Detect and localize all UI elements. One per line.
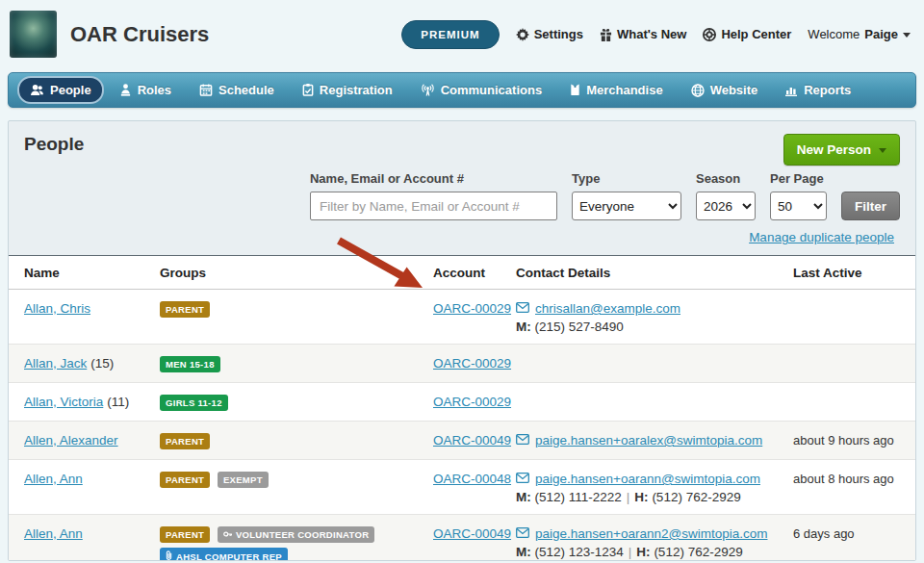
people-table: Name Groups Account Contact Details Last…: [9, 255, 915, 561]
group-badge: PARENT: [160, 526, 210, 543]
table-row: Allen, Alexander PARENT OARC-00049 paige…: [9, 422, 915, 460]
envelope-icon: [516, 433, 529, 448]
nav-tab-registration[interactable]: Registration: [290, 76, 405, 104]
nav-tab-schedule[interactable]: Schedule: [187, 76, 287, 104]
user-name: Paige: [864, 27, 898, 41]
col-header-name: Name: [9, 256, 160, 290]
role-badge: AHSL COMPUTER REP: [160, 548, 288, 561]
account-link[interactable]: OARC-00029: [433, 301, 511, 316]
table-row: Allen, Ann PARENT EXEMPT OARC-00048 paig…: [9, 460, 915, 515]
person-link[interactable]: Allen, Ann: [24, 472, 83, 486]
main-nav: People Roles Schedule Registration Commu…: [8, 72, 916, 108]
account-link[interactable]: OARC-00048: [433, 472, 511, 486]
last-active: [793, 383, 915, 422]
account-link[interactable]: OARC-00049: [433, 526, 511, 541]
group-badge: PARENT: [160, 433, 210, 449]
nav-tab-website[interactable]: Website: [679, 76, 771, 104]
people-icon: [30, 84, 44, 96]
account-link[interactable]: OARC-00029: [433, 356, 511, 371]
last-active: about 9 hours ago: [793, 422, 915, 460]
table-header-row: Name Groups Account Contact Details Last…: [9, 256, 915, 290]
filter-button[interactable]: Filter: [841, 192, 900, 220]
clipboard-check-icon: [302, 84, 314, 96]
person-link[interactable]: Allen, Alexander: [24, 433, 118, 448]
table-row: Allan, Victoria(11) GIRLS 11-12 OARC-000…: [9, 383, 915, 422]
paperclip-icon: [166, 550, 172, 561]
header-menu: PREMIUM Settings What's New Help Center …: [401, 20, 911, 49]
nav-tab-people[interactable]: People: [17, 76, 104, 104]
email-link[interactable]: chrisallan@example.com: [535, 301, 680, 316]
tag-icon: [570, 84, 580, 96]
person-link[interactable]: Allan, Jack: [24, 356, 87, 371]
calendar-icon: [199, 84, 213, 96]
person-link[interactable]: Allen, Ann: [24, 526, 83, 541]
nav-tab-merchandise[interactable]: Merchandise: [557, 76, 675, 104]
table-row: Allen, Ann PARENT VOLUNTEER COORDINATOR …: [9, 515, 915, 562]
gear-icon: [516, 28, 529, 41]
season-label: Season: [696, 171, 756, 186]
envelope-icon: [516, 301, 529, 316]
settings-link[interactable]: Settings: [516, 27, 583, 41]
person-age: (11): [107, 395, 129, 409]
email-link[interactable]: paige.hansen+oarann@swimtopia.com: [535, 472, 760, 486]
bar-chart-icon: [785, 85, 798, 96]
group-badge: PARENT: [160, 301, 210, 318]
help-center-link[interactable]: Help Center: [703, 27, 791, 41]
manage-duplicates-link[interactable]: Manage duplicate people: [749, 230, 894, 244]
person-age: (15): [90, 356, 114, 371]
broadcast-icon: [421, 84, 435, 96]
type-select[interactable]: Everyone: [572, 192, 681, 220]
per-page-label: Per Page: [770, 171, 827, 186]
person-link[interactable]: Allan, Victoria: [24, 395, 103, 409]
nav-tab-communications[interactable]: Communications: [408, 76, 554, 104]
last-active: 6 days ago: [793, 515, 915, 562]
team-name: OAR Cruisers: [70, 22, 209, 47]
globe-icon: [691, 84, 705, 97]
whats-new-link[interactable]: What's New: [600, 27, 686, 41]
key-icon: [223, 529, 232, 540]
role-badge: VOLUNTEER COORDINATOR: [218, 526, 374, 543]
top-header: OAR Cruisers PREMIUM Settings What's New…: [0, 0, 924, 67]
last-active: about 8 hours ago: [793, 460, 915, 515]
col-header-contact: Contact Details: [516, 256, 793, 290]
account-link[interactable]: OARC-00029: [433, 395, 511, 409]
premium-button[interactable]: PREMIUM: [401, 20, 499, 49]
caret-down-icon: [879, 148, 886, 153]
new-person-button[interactable]: New Person: [783, 134, 900, 166]
page-title: People: [24, 134, 84, 155]
gift-icon: [600, 28, 612, 41]
last-active: [793, 345, 915, 383]
team-logo: [10, 11, 57, 58]
col-header-groups: Groups: [160, 256, 433, 290]
table-row: Allan, Chris PARENT OARC-00029 chrisalla…: [9, 290, 915, 345]
type-label: Type: [572, 171, 681, 186]
filter-bar: Name, Email or Account # Type Everyone S…: [9, 166, 915, 220]
email-link[interactable]: paige.hansen+oaralex@swimtopia.com: [535, 433, 762, 448]
envelope-icon: [516, 472, 529, 486]
group-badge: MEN 15-18: [160, 356, 220, 372]
life-ring-icon: [703, 28, 716, 41]
search-label: Name, Email or Account #: [310, 171, 557, 186]
envelope-icon: [516, 526, 529, 541]
caret-down-icon: [903, 33, 911, 38]
nav-tab-roles[interactable]: Roles: [107, 76, 184, 104]
group-badge: EXEMPT: [218, 472, 269, 488]
table-row: Allan, Jack(15) MEN 15-18 OARC-00029: [9, 345, 915, 383]
col-header-last-active: Last Active: [793, 256, 915, 290]
nav-tab-reports[interactable]: Reports: [773, 76, 863, 104]
last-active: [793, 290, 915, 345]
account-link[interactable]: OARC-00049: [433, 433, 511, 448]
user-menu[interactable]: Welcome Paige: [808, 27, 911, 41]
email-link[interactable]: paige.hansen+oarann2@swimtopia.com: [535, 526, 767, 541]
group-badge: PARENT: [160, 472, 210, 488]
per-page-select[interactable]: 50: [770, 192, 827, 220]
roles-icon: [119, 84, 132, 96]
people-panel: People New Person Name, Email or Account…: [8, 120, 916, 561]
col-header-account: Account: [433, 256, 516, 290]
search-input[interactable]: [310, 192, 557, 220]
season-select[interactable]: 2026: [696, 192, 756, 220]
group-badge: GIRLS 11-12: [160, 395, 228, 411]
person-link[interactable]: Allan, Chris: [24, 301, 90, 316]
